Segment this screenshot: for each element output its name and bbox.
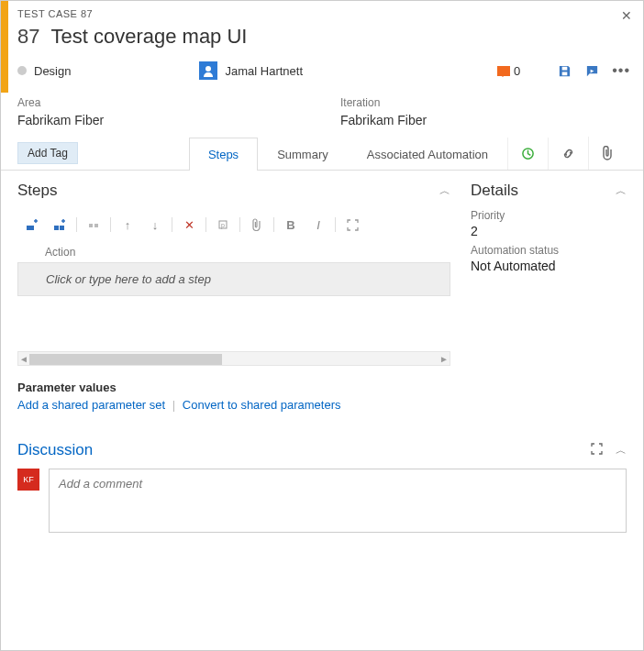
discussion-title: Discussion — [17, 441, 93, 459]
iteration-label: Iteration — [340, 96, 627, 109]
attachments-icon[interactable] — [588, 137, 627, 170]
work-item-id: 87 — [17, 25, 39, 49]
priority-field[interactable]: 2 — [471, 224, 627, 238]
separator — [205, 217, 206, 232]
insert-shared-step-icon[interactable] — [49, 215, 71, 235]
tab-associated-automation[interactable]: Associated Automation — [348, 138, 507, 171]
separator — [172, 217, 172, 232]
iteration-field[interactable]: Fabrikam Fiber — [340, 113, 627, 127]
scroll-left-icon[interactable]: ◄ — [18, 354, 29, 364]
assignee-name: Jamal Hartnett — [225, 64, 303, 78]
move-down-icon[interactable]: ↓ — [144, 215, 166, 235]
state-dot-icon — [17, 66, 27, 75]
svg-rect-4 — [60, 226, 64, 230]
create-shared-steps-icon[interactable] — [83, 215, 105, 235]
add-step-placeholder[interactable]: Click or type here to add a step — [17, 262, 450, 296]
insert-param-icon[interactable]: p — [212, 215, 234, 235]
comment-count: 0 — [514, 64, 520, 78]
steps-section-title: Steps — [17, 182, 57, 200]
separator — [110, 217, 111, 232]
svg-rect-5 — [89, 224, 93, 227]
comment-icon — [497, 66, 510, 76]
steps-toolbar: ↑ ↓ ✕ p B I — [17, 209, 450, 240]
area-field[interactable]: Fabrikam Fiber — [17, 113, 304, 127]
add-tag-button[interactable]: Add Tag — [17, 142, 78, 164]
discussion-fullscreen-icon[interactable] — [591, 443, 603, 458]
add-attachment-icon[interactable] — [246, 215, 268, 235]
page-title[interactable]: Test coverage map UI — [50, 25, 247, 49]
svg-point-0 — [205, 66, 211, 72]
separator — [239, 217, 240, 232]
separator — [335, 217, 336, 232]
links-icon[interactable] — [548, 138, 588, 170]
svg-rect-6 — [94, 224, 98, 227]
convert-shared-parameters-link[interactable]: Convert to shared parameters — [183, 398, 341, 412]
svg-rect-2 — [27, 226, 34, 230]
collapse-details-icon[interactable]: ︿ — [616, 183, 627, 199]
details-section-title: Details — [471, 182, 518, 200]
state-field[interactable]: Design — [34, 64, 71, 78]
scroll-right-icon[interactable]: ► — [439, 354, 450, 364]
save-icon[interactable] — [557, 63, 572, 78]
bold-icon[interactable]: B — [280, 215, 302, 235]
breadcrumb: TEST CASE 87 — [17, 8, 630, 19]
comment-indicator[interactable]: 0 — [497, 64, 520, 78]
area-label: Area — [17, 96, 304, 109]
refresh-icon[interactable] — [584, 63, 599, 78]
comment-input[interactable] — [49, 469, 627, 533]
avatar-icon — [199, 61, 217, 80]
separator — [273, 217, 274, 232]
separator — [76, 217, 77, 232]
tab-steps[interactable]: Steps — [189, 138, 258, 171]
priority-label: Priority — [471, 209, 627, 222]
italic-icon[interactable]: I — [307, 215, 329, 235]
svg-rect-3 — [54, 226, 59, 230]
action-column-header: Action — [17, 240, 450, 262]
history-icon[interactable] — [507, 138, 548, 170]
automation-status-field[interactable]: Not Automated — [471, 259, 627, 273]
horizontal-scrollbar[interactable]: ◄ ► — [17, 351, 450, 366]
collapse-steps-icon[interactable]: ︿ — [439, 183, 450, 199]
collapse-discussion-icon[interactable]: ︿ — [616, 443, 627, 458]
move-up-icon[interactable]: ↑ — [117, 215, 139, 235]
svg-text:p: p — [221, 222, 225, 229]
scroll-thumb[interactable] — [29, 354, 222, 365]
assignee-field[interactable]: Jamal Hartnett — [199, 61, 303, 80]
current-user-avatar: KF — [17, 469, 39, 491]
add-shared-parameter-link[interactable]: Add a shared parameter set — [17, 398, 165, 412]
tab-summary[interactable]: Summary — [258, 138, 348, 171]
delete-step-icon[interactable]: ✕ — [178, 215, 200, 235]
fullscreen-icon[interactable] — [341, 215, 363, 235]
more-actions-icon[interactable]: ••• — [612, 62, 630, 79]
insert-step-icon[interactable] — [21, 215, 43, 235]
link-divider: | — [172, 398, 175, 412]
parameter-values-title: Parameter values — [17, 381, 450, 394]
automation-status-label: Automation status — [471, 244, 627, 257]
close-icon[interactable]: ✕ — [621, 8, 632, 23]
